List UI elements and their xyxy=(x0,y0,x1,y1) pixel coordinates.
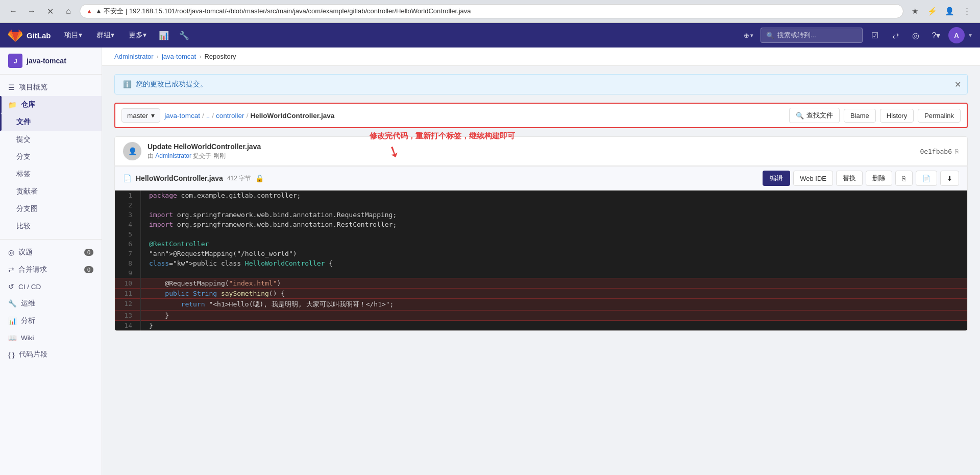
line-code: } xyxy=(141,321,967,331)
breadcrumb-project[interactable]: java-tomcat xyxy=(162,53,196,60)
lock-icon: 🔒 xyxy=(255,174,264,182)
sidebar-item-snippets[interactable]: { } 代码片段 xyxy=(0,346,102,363)
commit-avatar: 👤 xyxy=(123,142,141,160)
menu-button[interactable]: ⋮ xyxy=(960,4,974,18)
sidebar-item-label: 项目概览 xyxy=(19,83,47,92)
table-row: 11 public String saySomething() { xyxy=(115,289,967,299)
line-number: 13 xyxy=(115,311,141,321)
file-path-parts: java-tomcat / .. / controller / HelloWor… xyxy=(164,112,334,120)
url-text: ▲ 不安全 | 192.168.15.101/root/java-tomcat/… xyxy=(95,7,471,16)
copy-hash-button[interactable]: ⎘ xyxy=(955,148,959,155)
bookmark-button[interactable]: ★ xyxy=(908,4,922,18)
table-row: 6@RestController xyxy=(115,239,967,249)
wrench-nav-icon[interactable]: 🔧 xyxy=(176,27,192,43)
sidebar-item-contributors[interactable]: 贡献者 xyxy=(0,183,102,200)
navbar-right: ⊕▾ 🔍 搜索或转到... ☑ ⇄ ◎ ?▾ A ▾ xyxy=(740,27,972,43)
overview-icon: ☰ xyxy=(8,83,15,91)
sidebar-item-merges[interactable]: ⇄ 合并请求 0 xyxy=(0,261,102,278)
analytics-icon: 📊 xyxy=(8,317,17,325)
sidebar-item-cicd[interactable]: ↺ CI / CD xyxy=(0,278,102,295)
sidebar-nav: ☰ 项目概览 📁 仓库 文件 提交 分支 标签 贡献者 xyxy=(0,75,102,367)
todo-icon[interactable]: ☑ xyxy=(867,27,883,43)
sidebar-item-branches[interactable]: 分支 xyxy=(0,148,102,165)
sidebar-item-wiki[interactable]: 📖 Wiki xyxy=(0,329,102,346)
permalink-button[interactable]: Permalink xyxy=(918,109,961,123)
line-code: @RestController xyxy=(141,239,967,249)
merge-request-icon[interactable]: ⇄ xyxy=(887,27,903,43)
table-row: 2 xyxy=(115,200,967,210)
breadcrumb-admin[interactable]: Administrator xyxy=(114,53,154,60)
sidebar-item-files[interactable]: 文件 xyxy=(0,113,102,131)
search-bar[interactable]: 🔍 搜索或转到... xyxy=(761,28,863,43)
history-button[interactable]: History xyxy=(880,109,914,123)
file-path-controller[interactable]: controller xyxy=(216,112,244,120)
line-code xyxy=(141,229,967,239)
sidebar-item-commits[interactable]: 提交 xyxy=(0,131,102,148)
line-code: import org.springframework.web.bind.anno… xyxy=(141,210,967,220)
gitlab-logo[interactable]: GitLab xyxy=(8,28,51,42)
reload-button[interactable]: ✕ xyxy=(43,4,57,18)
sidebar-item-label: 贡献者 xyxy=(16,187,38,196)
forward-button[interactable]: → xyxy=(24,4,39,18)
line-number: 2 xyxy=(115,200,141,210)
browser-actions: ★ ⚡ 👤 ⋮ xyxy=(908,4,974,18)
search-placeholder: 搜索或转到... xyxy=(777,31,816,40)
breadcrumb: Administrator › java-tomcat › Repository xyxy=(102,48,980,66)
extensions-button[interactable]: ⚡ xyxy=(925,4,939,18)
download-button[interactable]: ⬇ xyxy=(940,171,959,186)
replace-button[interactable]: 替换 xyxy=(836,171,863,186)
file-header: 📄 HelloWorldController.java 412 字节 🔒 编辑 … xyxy=(115,167,967,191)
address-bar[interactable]: ▲ ▲ 不安全 | 192.168.15.101/root/java-tomca… xyxy=(80,4,903,18)
nav-groups[interactable]: 群组▾ xyxy=(91,29,119,42)
file-icon: 📄 xyxy=(123,174,132,182)
line-number: 9 xyxy=(115,268,141,278)
line-code: public String saySomething() { xyxy=(141,289,967,299)
sidebar-item-compare[interactable]: 比较 xyxy=(0,218,102,235)
delete-button[interactable]: 删除 xyxy=(866,171,892,186)
sidebar-item-analytics[interactable]: 📊 分析 xyxy=(0,312,102,329)
sidebar-item-issues[interactable]: ◎ 议题 0 xyxy=(0,244,102,261)
home-button[interactable]: ⌂ xyxy=(61,4,76,18)
back-button[interactable]: ← xyxy=(6,4,20,18)
sidebar-item-label: 分析 xyxy=(21,316,35,325)
copy-raw-button[interactable]: ⎘ xyxy=(895,171,913,186)
sidebar-item-label: 提交 xyxy=(16,135,31,144)
sidebar-item-graph[interactable]: 分支图 xyxy=(0,200,102,218)
line-number: 8 xyxy=(115,258,141,268)
sidebar-item-label: 代码片段 xyxy=(19,350,47,359)
nav-more[interactable]: 更多▾ xyxy=(124,29,152,42)
commit-hash: 0e1fbab6 ⎘ xyxy=(920,148,959,155)
browser-chrome: ← → ✕ ⌂ ▲ ▲ 不安全 | 192.168.15.101/root/ja… xyxy=(0,0,980,23)
nav-projects[interactable]: 项目▾ xyxy=(59,29,87,42)
sidebar-item-label: 运维 xyxy=(21,299,35,308)
line-number: 3 xyxy=(115,210,141,220)
find-file-button[interactable]: 🔍 查找文件 xyxy=(789,108,840,123)
blame-button[interactable]: Blame xyxy=(844,109,876,123)
commit-author[interactable]: Administrator xyxy=(155,152,191,159)
stats-nav-icon[interactable]: 📊 xyxy=(156,27,172,43)
issues-icon[interactable]: ◎ xyxy=(908,27,924,43)
edit-button[interactable]: 编辑 xyxy=(763,171,790,186)
branch-selector[interactable]: master ▾ xyxy=(121,108,160,123)
sidebar-item-ops[interactable]: 🔧 运维 xyxy=(0,295,102,312)
line-code: import org.springframework.web.bind.anno… xyxy=(141,220,967,229)
file-path-dotdot[interactable]: .. xyxy=(206,112,210,120)
sidebar-item-tags[interactable]: 标签 xyxy=(0,165,102,183)
file-path-project[interactable]: java-tomcat xyxy=(164,112,200,120)
content-area: Administrator › java-tomcat › Repository… xyxy=(102,48,980,475)
sidebar-item-overview[interactable]: ☰ 项目概览 xyxy=(0,79,102,96)
line-code xyxy=(141,268,967,278)
help-icon[interactable]: ?▾ xyxy=(928,27,944,43)
table-row: 10 @RequestMapping("index.html") xyxy=(115,278,967,289)
view-raw-button[interactable]: 📄 xyxy=(916,171,937,186)
wiki-icon: 📖 xyxy=(8,334,17,342)
commit-info: Update HelloWorldController.java 由 Admin… xyxy=(148,142,914,160)
project-name: java-tomcat xyxy=(27,57,66,65)
alert-message: 您的更改已成功提交。 xyxy=(136,80,207,89)
alert-close-button[interactable]: ✕ xyxy=(954,80,961,89)
sidebar-item-repository[interactable]: 📁 仓库 xyxy=(0,96,102,113)
profile-button[interactable]: 👤 xyxy=(942,4,957,18)
web-ide-button[interactable]: Web IDE xyxy=(793,171,833,186)
user-avatar[interactable]: A xyxy=(948,27,965,43)
new-item-button[interactable]: ⊕▾ xyxy=(740,27,756,43)
